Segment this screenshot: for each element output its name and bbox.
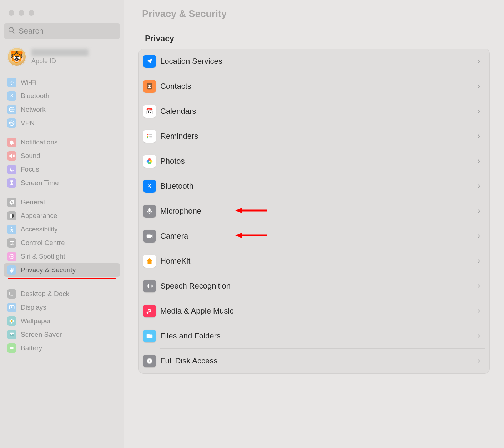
svg-point-36 xyxy=(147,160,149,162)
sidebar-item-siri[interactable]: Siri & Spotlight xyxy=(4,250,120,263)
privacy-panel: Location ServicesContacts17JULCalendarsR… xyxy=(138,49,490,374)
sidebar-item-label: Screen Saver xyxy=(21,331,62,338)
vpn-icon: VPN xyxy=(7,118,16,128)
privacy-row-label: Full Disk Access xyxy=(160,356,476,366)
privacy-row-reminders[interactable]: Reminders xyxy=(139,124,489,149)
chevron-right-icon xyxy=(476,133,482,139)
sidebar-item-focus[interactable]: Focus xyxy=(4,163,120,176)
sidebar-item-wallpaper[interactable]: Wallpaper xyxy=(4,314,120,328)
search-box[interactable] xyxy=(4,23,120,39)
svg-point-29 xyxy=(147,137,149,139)
privacy-row-bluetooth2[interactable]: Bluetooth xyxy=(139,174,489,199)
svg-point-14 xyxy=(11,319,13,320)
svg-point-6 xyxy=(12,243,14,244)
sidebar-item-notifications[interactable]: Notifications xyxy=(4,136,120,149)
sidebar-item-network[interactable]: Network xyxy=(4,103,120,116)
svg-point-50 xyxy=(149,360,150,362)
svg-rect-47 xyxy=(152,285,153,287)
sidebar-item-label: Accessibility xyxy=(21,225,57,233)
search-icon xyxy=(8,26,16,36)
svg-rect-45 xyxy=(150,284,150,289)
camera-icon xyxy=(143,230,156,243)
chevron-right-icon xyxy=(476,83,482,89)
privacy-row-speech[interactable]: Speech Recognition xyxy=(139,274,489,299)
svg-rect-19 xyxy=(10,347,14,349)
svg-point-5 xyxy=(10,241,11,242)
sidebar-item-screensaver[interactable]: Screen Saver xyxy=(4,328,120,341)
svg-point-13 xyxy=(11,320,13,322)
svg-point-28 xyxy=(147,136,149,137)
chevron-right-icon xyxy=(476,358,482,364)
privacy-row-label: Camera xyxy=(160,231,476,241)
bluetooth-icon xyxy=(143,180,156,193)
window-zoom-dot[interactable] xyxy=(29,10,34,16)
chevron-right-icon xyxy=(476,158,482,164)
disk-icon xyxy=(143,355,156,367)
privacy-row-camera[interactable]: Camera xyxy=(139,224,489,249)
account-row[interactable]: 🐯 Apple ID xyxy=(4,44,120,73)
sidebar-item-label: VPN xyxy=(21,119,35,127)
svg-point-17 xyxy=(12,320,14,322)
sidebar-item-label: Battery xyxy=(21,344,42,352)
moon-icon xyxy=(7,165,16,174)
sidebar-group: Wi-FiBluetoothNetworkVPNVPN xyxy=(4,73,120,133)
sidebar-item-appearance[interactable]: Appearance xyxy=(4,209,120,223)
sidebar-item-sound[interactable]: Sound xyxy=(4,149,120,163)
privacy-row-label: Media & Apple Music xyxy=(160,306,476,316)
dock-icon xyxy=(7,289,16,299)
calendar-icon: 17JUL xyxy=(143,105,156,118)
svg-rect-44 xyxy=(148,284,149,288)
sidebar-item-wifi[interactable]: Wi-Fi xyxy=(4,76,120,89)
privacy-row-fulldisk[interactable]: Full Disk Access xyxy=(139,348,489,373)
folder-icon xyxy=(143,330,156,342)
sidebar-item-displays[interactable]: Displays xyxy=(4,301,120,314)
sidebar-item-accessibility[interactable]: Accessibility xyxy=(4,223,120,236)
svg-rect-20 xyxy=(14,348,14,349)
avatar: 🐯 xyxy=(7,47,26,66)
privacy-row-homekit[interactable]: HomeKit xyxy=(139,249,489,274)
svg-point-7 xyxy=(11,244,12,245)
access-icon xyxy=(7,225,16,234)
privacy-row-label: Reminders xyxy=(160,132,476,141)
sidebar-item-control[interactable]: Control Centre xyxy=(4,236,120,250)
privacy-row-label: Contacts xyxy=(160,82,476,91)
window-minimize-dot[interactable] xyxy=(19,10,24,16)
sidebar-item-privacy[interactable]: Privacy & Security xyxy=(4,263,120,277)
window-close-dot[interactable] xyxy=(9,10,14,16)
sidebar-item-desktop[interactable]: Desktop & Dock xyxy=(4,287,120,301)
privacy-row-media[interactable]: Media & Apple Music xyxy=(139,299,489,324)
sidebar-item-general[interactable]: General xyxy=(4,195,120,209)
bluetooth-icon xyxy=(7,91,16,101)
search-input[interactable] xyxy=(19,26,117,36)
sidebar-item-label: Privacy & Security xyxy=(21,266,76,274)
privacy-row-label: HomeKit xyxy=(160,256,476,266)
privacy-row-contacts[interactable]: Contacts xyxy=(139,74,489,99)
svg-text:VPN: VPN xyxy=(9,122,14,124)
privacy-row-calendars[interactable]: 17JULCalendars xyxy=(139,99,489,124)
svg-point-16 xyxy=(9,320,11,322)
privacy-row-label: Photos xyxy=(160,157,476,166)
svg-rect-31 xyxy=(149,136,152,137)
privacy-row-files[interactable]: Files and Folders xyxy=(139,324,489,348)
sidebar-item-bluetooth[interactable]: Bluetooth xyxy=(4,89,120,103)
privacy-row-location[interactable]: Location Services xyxy=(139,49,489,74)
wifi-icon xyxy=(7,78,16,87)
account-name-redacted xyxy=(31,49,89,56)
chevron-right-icon xyxy=(476,308,482,314)
sidebar-item-label: Desktop & Dock xyxy=(21,290,69,298)
apple-id-label: Apple ID xyxy=(31,57,89,65)
privacy-row-photos[interactable]: Photos xyxy=(139,149,489,174)
chevron-right-icon xyxy=(476,333,482,339)
contacts-icon xyxy=(143,80,156,93)
svg-point-4 xyxy=(11,227,12,228)
sidebar-item-vpn[interactable]: VPNVPN xyxy=(4,116,120,130)
gear-icon xyxy=(7,198,16,207)
sidebar-item-label: Notifications xyxy=(21,138,58,146)
sidebar-item-screentime[interactable]: Screen Time xyxy=(4,176,120,190)
chevron-right-icon xyxy=(476,208,482,214)
speaker-icon xyxy=(7,151,16,161)
privacy-row-microphone[interactable]: Microphone xyxy=(139,199,489,224)
sliders-icon xyxy=(7,238,16,248)
sidebar-item-battery[interactable]: Battery xyxy=(4,341,120,355)
svg-rect-37 xyxy=(148,208,151,212)
